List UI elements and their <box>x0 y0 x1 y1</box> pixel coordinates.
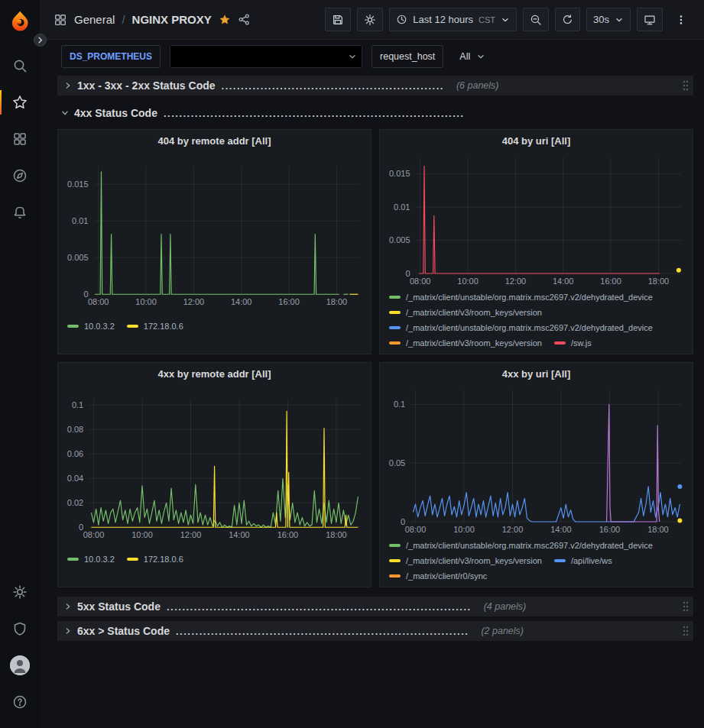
drag-handle-icon[interactable] <box>683 601 689 612</box>
legend-item[interactable]: /_matrix/client/v3/room_keys/version <box>389 553 542 568</box>
legend-item[interactable]: /_matrix/client/v3/room_keys/version <box>389 305 542 319</box>
save-dashboard-button[interactable] <box>325 8 351 31</box>
svg-text:14:00: 14:00 <box>553 277 574 286</box>
row-6xx[interactable]: 6xx > Status Code ......................… <box>57 621 693 641</box>
page-title[interactable]: NGINX PROXY <box>132 13 212 26</box>
timeseries-chart[interactable]: 08:0010:0012:0014:0016:0018:0000.050.1 <box>382 384 690 537</box>
expand-sidebar-button[interactable] <box>34 34 47 47</box>
svg-text:0.01: 0.01 <box>72 216 88 225</box>
panel-legend: /_matrix/client/unstable/org.matrix.msc2… <box>380 289 693 354</box>
legend-item[interactable]: /_matrix/client/unstable/org.matrix.msc2… <box>389 538 653 552</box>
drag-handle-icon[interactable] <box>683 80 689 91</box>
chevron-right-icon <box>63 602 73 611</box>
legend-item[interactable]: 172.18.0.6 <box>127 319 183 334</box>
datasource-variable-label[interactable]: DS_PROMETHEUS <box>61 45 161 68</box>
timeseries-chart[interactable]: 08:0010:0012:0014:0016:0018:0000.020.040… <box>60 384 368 552</box>
search-icon[interactable] <box>0 47 40 84</box>
legend-item[interactable]: /_matrix/client/unstable/org.matrix.msc2… <box>389 320 653 335</box>
series-color-swatch <box>389 341 401 345</box>
legend-item[interactable]: /_matrix/client/r0/sync <box>389 568 487 583</box>
legend-item[interactable]: /sw.js <box>554 335 592 350</box>
svg-text:0.02: 0.02 <box>67 498 83 507</box>
row-title: 5xx Status Code <box>77 600 161 613</box>
panel-404-by-uri: 404 by uri [All] 08:0010:0012:0014:0016:… <box>379 129 693 354</box>
svg-text:10:00: 10:00 <box>453 525 475 534</box>
sidebar-item-server-admin[interactable] <box>0 610 40 647</box>
request-host-label[interactable]: request_host <box>371 45 443 68</box>
legend-item[interactable]: /_matrix/client/v3/room_keys/version <box>389 335 542 350</box>
legend-item[interactable]: /_matrix/client/unstable/org.matrix.msc2… <box>389 290 653 304</box>
chevron-down-icon <box>615 15 624 24</box>
legend-item[interactable]: 10.0.3.2 <box>67 552 115 567</box>
sidebar-nav <box>0 47 40 231</box>
zoom-out-button[interactable] <box>523 8 549 31</box>
panel-grid: 404 by remote addr [All] 08:0010:0012:00… <box>57 129 693 587</box>
breadcrumb-section[interactable]: General <box>74 13 115 26</box>
sidebar-item-configuration[interactable] <box>0 574 40 610</box>
request-host-value-select[interactable]: All <box>451 45 494 68</box>
panel-title[interactable]: 4xx by remote addr [All] <box>58 363 371 384</box>
drag-handle-icon[interactable] <box>683 626 689 636</box>
sidebar-item-starred[interactable] <box>0 84 40 121</box>
timeseries-chart[interactable]: 08:0010:0012:0014:0016:0018:0000.0050.01… <box>382 151 690 289</box>
svg-text:18:00: 18:00 <box>326 297 348 306</box>
legend-label: 172.18.0.6 <box>144 555 183 564</box>
datasource-value-select[interactable] <box>170 45 362 68</box>
clock-icon <box>396 14 407 25</box>
dashboard-settings-button[interactable] <box>357 8 383 31</box>
svg-text:14:00: 14:00 <box>231 297 252 306</box>
refresh-interval-dropdown[interactable]: 30s <box>586 8 631 31</box>
timeseries-chart[interactable]: 08:0010:0012:0014:0016:0018:0000.0050.01… <box>60 151 368 319</box>
row-1xx-3xx-2xx[interactable]: 1xx - 3xx - 2xx Status Code ............… <box>57 76 693 95</box>
apps-icon <box>12 131 28 147</box>
sidebar-item-dashboards[interactable] <box>0 121 40 157</box>
legend-item[interactable]: 10.0.3.2 <box>67 319 115 334</box>
help-icon[interactable] <box>0 684 40 720</box>
panel-legend: 10.0.3.2172.18.0.6 <box>58 552 371 587</box>
dashboard-body: 1xx - 3xx - 2xx Status Code ............… <box>40 73 704 728</box>
row-title: 6xx > Status Code <box>77 625 170 637</box>
row-5xx[interactable]: 5xx Status Code ........................… <box>57 597 693 616</box>
time-range-picker[interactable]: Last 12 hours CST <box>389 8 517 31</box>
svg-text:0.06: 0.06 <box>67 449 83 458</box>
series-color-swatch <box>127 325 138 328</box>
share-icon[interactable] <box>238 13 251 26</box>
svg-text:08:00: 08:00 <box>83 530 105 539</box>
dashboard-variables-bar: DS_PROMETHEUS request_host All <box>40 40 704 73</box>
legend-label: /_matrix/client/unstable/org.matrix.msc2… <box>406 541 653 550</box>
panel-legend: /_matrix/client/unstable/org.matrix.msc2… <box>380 537 693 587</box>
refresh-button[interactable] <box>555 8 580 31</box>
chevron-down-icon <box>60 108 70 118</box>
sidebar-item-explore[interactable] <box>0 157 40 194</box>
panel-title[interactable]: 4xx by uri [All] <box>380 363 693 384</box>
svg-text:18:00: 18:00 <box>648 277 670 286</box>
row-panel-count: (6 panels) <box>456 80 499 91</box>
row-4xx[interactable]: 4xx Status Code ........................… <box>57 103 693 123</box>
kebab-menu-button[interactable] <box>669 8 693 31</box>
series-color-swatch <box>554 341 566 345</box>
panel-4xx-by-uri: 4xx by uri [All] 08:0010:0012:0014:0016:… <box>379 362 693 587</box>
chevron-down-icon <box>348 52 357 61</box>
legend-label: 10.0.3.2 <box>84 555 115 564</box>
svg-text:12:00: 12:00 <box>180 530 202 539</box>
sidebar-item-alerting[interactable] <box>0 194 40 231</box>
svg-text:16:00: 16:00 <box>599 525 621 534</box>
svg-text:08:00: 08:00 <box>410 277 431 286</box>
panel-title[interactable]: 404 by uri [All] <box>380 130 693 151</box>
tv-mode-button[interactable] <box>637 8 663 31</box>
favorite-star-icon[interactable] <box>219 14 231 26</box>
legend-label: /_matrix/client/v3/room_keys/version <box>406 308 542 317</box>
user-avatar[interactable] <box>0 647 40 684</box>
chevron-down-icon <box>476 52 485 61</box>
legend-item[interactable]: /api/live/ws <box>554 553 612 568</box>
legend-item[interactable]: 172.18.0.6 <box>127 552 183 567</box>
svg-text:12:00: 12:00 <box>502 525 524 534</box>
shield-icon <box>12 621 28 636</box>
grafana-logo[interactable] <box>8 9 32 34</box>
legend-item[interactable]: /_matrix/client/unstable/org.matrix.msc2… <box>389 584 653 587</box>
legend-label: /sw.js <box>571 338 592 348</box>
series-color-swatch <box>389 311 401 314</box>
zoom-out-icon <box>530 14 542 26</box>
panel-title[interactable]: 404 by remote addr [All] <box>58 130 371 151</box>
svg-text:0: 0 <box>83 290 88 299</box>
